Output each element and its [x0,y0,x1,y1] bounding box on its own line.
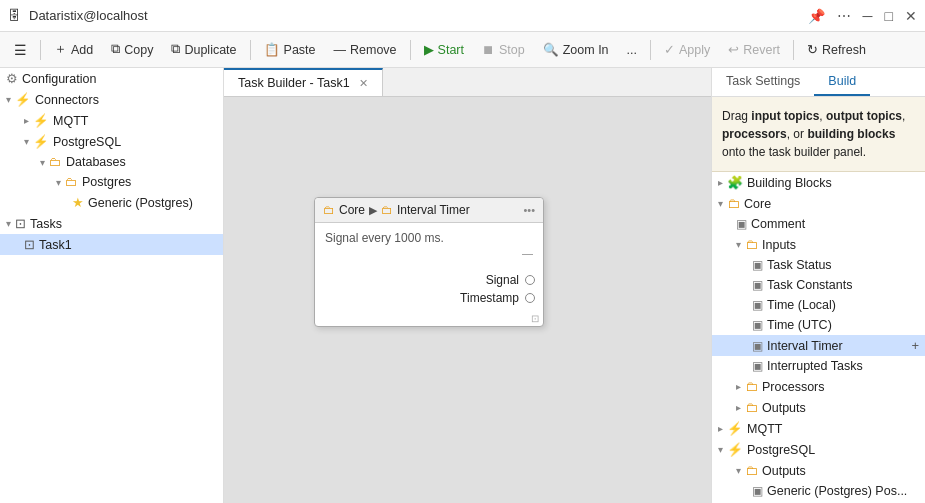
toolbar-sep-4 [650,40,651,60]
task-icon: ⊡ [24,237,35,252]
signal-row-timestamp: Timestamp [315,289,543,307]
rtree-building-blocks[interactable]: ▸ 🧩 Building Blocks [712,172,925,193]
rtree-generic-postgres[interactable]: ▣ Generic (Postgres) Pos... [712,481,925,501]
sidebar: ⚙ Configuration ▾ ⚡ Connectors ▸ ⚡ MQTT … [0,68,224,503]
add-button[interactable]: ＋ Add [46,37,101,62]
rtree-task-status[interactable]: ▣ Task Status [712,255,925,275]
toolbar-sep-2 [250,40,251,60]
rtree-inputs[interactable]: ▾ 🗀 Inputs [712,234,925,255]
rtree-outputs[interactable]: ▸ 🗀 Outputs [712,397,925,418]
sidebar-item-tasks[interactable]: ▾ ⊡ Tasks [0,213,223,234]
task-icon: ⊡ [15,216,26,231]
rtree-comment[interactable]: ▣ Comment [712,214,925,234]
tab-task-settings[interactable]: Task Settings [712,68,814,96]
more-button[interactable]: ... [619,39,645,61]
app-icon: 🗄 [8,8,21,23]
arrow-right-icon: ▶ [369,204,377,217]
sidebar-item-generic-postgres[interactable]: ★ Generic (Postgres) [0,192,223,213]
tab-bar: Task Builder - Task1 ✕ [224,68,711,97]
refresh-button[interactable]: ↻ Refresh [799,38,874,61]
window-title: Dataristix@localhost [29,8,148,23]
title-bar-minimize[interactable]: ─ [863,8,873,24]
signal-dot [525,275,535,285]
menu-icon: ☰ [14,42,27,58]
plus-icon[interactable]: + [911,338,919,353]
folder-icon: 🗀 [727,196,740,211]
center-panel: Task Builder - Task1 ✕ 🗀 Core ▶ 🗀 Interv… [224,68,711,503]
chevron-right-icon: ▸ [718,177,723,188]
rtree-time-local[interactable]: ▣ Time (Local) [712,295,925,315]
task-block-header: 🗀 Core ▶ 🗀 Interval Timer ••• [315,198,543,223]
title-bar-pin[interactable]: 📌 [808,8,825,24]
tab-build[interactable]: Build [814,68,870,96]
chevron-down-icon: ▾ [6,218,11,229]
title-bar: 🗄 Dataristix@localhost 📌 ⋯ ─ □ ✕ [0,0,925,32]
signal-label: Signal [486,273,519,287]
revert-icon: ↩ [728,42,739,57]
sidebar-item-mqtt[interactable]: ▸ ⚡ MQTT [0,110,223,131]
task-block-title: Interval Timer [397,203,470,217]
plug-icon: ⚡ [727,421,743,436]
tab-task-builder[interactable]: Task Builder - Task1 ✕ [224,68,383,96]
title-bar-menu[interactable]: ⋯ [837,8,851,24]
chevron-down-icon: ▾ [24,136,29,147]
rtree-postgresql[interactable]: ▾ ⚡ PostgreSQL [712,439,925,460]
sidebar-item-configuration[interactable]: ⚙ Configuration [0,68,223,89]
apply-button[interactable]: ✓ Apply [656,38,718,61]
duplicate-icon: ⧉ [171,42,180,57]
plug-icon: ⚡ [33,134,49,149]
toolbar: ☰ ＋ Add ⧉ Copy ⧉ Duplicate 📋 Paste — Rem… [0,32,925,68]
task-block-description: Signal every 1000 ms. [325,231,444,245]
chevron-right-icon: ▸ [24,115,29,126]
sidebar-item-postgres[interactable]: ▾ 🗀 Postgres [0,172,223,192]
folder-icon: 🗀 [745,463,758,478]
rtree-core[interactable]: ▾ 🗀 Core [712,193,925,214]
rtree-interrupted-tasks[interactable]: ▣ Interrupted Tasks [712,356,925,376]
signal-dot [525,293,535,303]
remove-icon: — [334,43,347,57]
menu-button[interactable]: ☰ [6,38,35,62]
doc-icon: ▣ [736,217,747,231]
zoom-in-button[interactable]: 🔍 Zoom In [535,38,617,61]
puzzle-icon: 🧩 [727,175,743,190]
task-block-signals: Signal Timestamp [315,267,543,311]
sidebar-item-connectors[interactable]: ▾ ⚡ Connectors [0,89,223,110]
rtree-task-constants[interactable]: ▣ Task Constants [712,275,925,295]
task-builder-canvas[interactable]: 🗀 Core ▶ 🗀 Interval Timer ••• Signal eve… [224,97,711,503]
paste-button[interactable]: 📋 Paste [256,38,324,61]
task-block[interactable]: 🗀 Core ▶ 🗀 Interval Timer ••• Signal eve… [314,197,544,327]
right-tab-bar: Task Settings Build [712,68,925,97]
title-bar-close[interactable]: ✕ [905,8,917,24]
rtree-interval-timer[interactable]: ▣ Interval Timer + [712,335,925,356]
chevron-right-icon: ▸ [736,381,741,392]
sidebar-item-task1[interactable]: ⊡ Task1 [0,234,223,255]
rtree-processors[interactable]: ▸ 🗀 Processors [712,376,925,397]
sidebar-item-postgresql[interactable]: ▾ ⚡ PostgreSQL [0,131,223,152]
start-button[interactable]: ▶ Start [416,38,472,61]
toolbar-sep-5 [793,40,794,60]
resize-handle[interactable]: ⊡ [315,311,543,326]
stop-button[interactable]: ⏹ Stop [474,39,533,61]
title-bar-maximize[interactable]: □ [885,8,893,24]
pg-icon: ⚡ [727,442,743,457]
signal-row-signal: Signal [315,271,543,289]
revert-button[interactable]: ↩ Revert [720,38,788,61]
duplicate-button[interactable]: ⧉ Duplicate [163,38,244,61]
rtree-pg-outputs[interactable]: ▾ 🗀 Outputs [712,460,925,481]
copy-button[interactable]: ⧉ Copy [103,38,161,61]
rtree-time-utc[interactable]: ▣ Time (UTC) [712,315,925,335]
remove-button[interactable]: — Remove [326,39,405,61]
rtree-mqtt[interactable]: ▸ ⚡ MQTT [712,418,925,439]
sidebar-item-databases[interactable]: ▾ 🗀 Databases [0,152,223,172]
star-icon: ★ [72,195,84,210]
tab-close-icon[interactable]: ✕ [359,77,368,89]
doc-icon: ▣ [752,484,763,498]
right-panel-description: Drag input topics, output topics, proces… [712,97,925,172]
timestamp-label: Timestamp [460,291,519,305]
zoom-in-icon: 🔍 [543,42,559,57]
block-menu-icon[interactable]: ••• [523,204,535,216]
plug-icon: ⚡ [15,92,31,107]
folder-icon: 🗀 [381,203,393,217]
apply-icon: ✓ [664,42,675,57]
toolbar-sep-3 [410,40,411,60]
